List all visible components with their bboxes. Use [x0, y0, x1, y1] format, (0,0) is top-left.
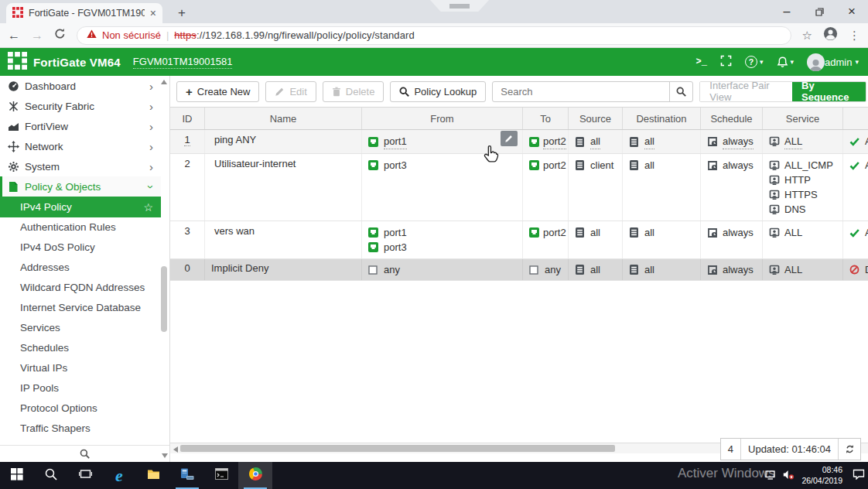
policy-search-input[interactable] [493, 86, 669, 97]
policy-ref-link[interactable]: port3 [384, 240, 407, 255]
sidebar-item-protocol-options[interactable]: Protocol Options [0, 398, 161, 419]
policy-ref-link[interactable]: always [723, 225, 754, 240]
policy-ref-link[interactable]: any [384, 262, 400, 277]
policy-ref-link[interactable]: all [590, 262, 600, 277]
policy-ref-link[interactable]: Accept [865, 134, 868, 149]
task-view-button[interactable] [68, 462, 102, 489]
sidebar-item-traffic-shapers[interactable]: Traffic Shapers [0, 419, 161, 439]
sidebar-item-dashboard[interactable]: Dashboard› [0, 76, 161, 96]
policy-ref-link[interactable]: all [590, 134, 600, 149]
column-header-from[interactable]: From [362, 108, 523, 129]
sidebar-scroll-thumb[interactable] [161, 266, 167, 332]
create-new-button[interactable]: +Create New [176, 81, 259, 102]
sidebar-item-system[interactable]: System› [0, 156, 161, 176]
policy-id-link[interactable]: 0 [184, 262, 190, 274]
policy-ref-link[interactable]: port2 [543, 134, 566, 149]
policy-ref-link[interactable]: always [723, 134, 754, 149]
sidebar-item-wildcard-fqdn-addresses[interactable]: Wildcard FQDN Addresses [0, 278, 161, 298]
sidebar-item-internet-service-database[interactable]: Internet Service Database [0, 298, 161, 318]
reload-button[interactable] [54, 28, 66, 43]
policy-ref-link[interactable]: always [723, 158, 754, 173]
tab-close-icon[interactable]: × [150, 8, 156, 19]
sidebar-item-policy-objects[interactable]: Policy & Objects› [0, 176, 161, 197]
policy-ref-link[interactable]: all [644, 262, 654, 277]
tray-network-icon[interactable] [765, 469, 776, 483]
delete-button[interactable]: Delete [323, 81, 384, 102]
fullscreen-icon[interactable] [720, 55, 732, 70]
notifications-menu[interactable]: ▾ [777, 56, 795, 68]
scroll-thumb[interactable] [180, 445, 615, 452]
tray-volume-muted-icon[interactable] [783, 469, 795, 483]
column-header-destination[interactable]: Destination [623, 108, 701, 129]
close-button[interactable]: × [836, 0, 868, 23]
browser-tab[interactable]: FortiGate - FGVM01TM19001581 × [6, 3, 162, 23]
help-menu[interactable]: ?▾ [745, 56, 764, 68]
policy-id-link[interactable]: 2 [184, 158, 190, 169]
new-tab-button[interactable]: + [172, 4, 192, 22]
bookmark-star-icon[interactable]: ☆ [802, 29, 812, 43]
policy-ref-link[interactable]: always [723, 262, 754, 277]
cli-console-icon[interactable]: >_ [696, 56, 707, 67]
policy-ref-link[interactable]: Deny [865, 262, 868, 277]
sidebar-search-button[interactable] [0, 445, 169, 462]
sidebar-item-ip-pools[interactable]: IP Pools [0, 378, 161, 398]
policy-ref-link[interactable]: HTTPS [784, 187, 818, 202]
policy-ref-link[interactable]: ALL [784, 134, 802, 149]
column-header-action[interactable]: Action [843, 108, 868, 129]
site-security-warning-icon[interactable] [87, 29, 97, 41]
sidebar-item-schedules[interactable]: Schedules [0, 338, 161, 358]
interface-pair-view-button[interactable]: Interface Pair View [700, 82, 792, 101]
refresh-button[interactable] [838, 439, 860, 460]
by-sequence-button[interactable]: By Sequence [792, 82, 866, 101]
cmd-button[interactable] [204, 462, 238, 489]
policy-row[interactable]: 3vers wanport1port3port2allallalwaysALLA… [170, 221, 868, 259]
search-submit-button[interactable] [669, 82, 692, 101]
action-center-icon[interactable] [853, 469, 865, 483]
policy-id-link[interactable]: 1 [184, 134, 190, 146]
policy-ref-link[interactable]: ALL [784, 262, 802, 277]
policy-ref-link[interactable]: all [590, 225, 600, 240]
restore-button[interactable] [803, 0, 836, 23]
vm-console-button[interactable] [170, 462, 204, 489]
ie-button[interactable]: e [102, 462, 136, 489]
sidebar-item-services[interactable]: Services [0, 318, 161, 338]
sidebar-item-ipv4-dos-policy[interactable]: IPv4 DoS Policy [0, 238, 161, 258]
favorite-star-icon[interactable]: ☆ [143, 201, 153, 214]
sidebar-item-virtual-ips[interactable]: Virtual IPs [0, 358, 161, 378]
policy-ref-link[interactable]: port2 [543, 225, 566, 240]
policy-ref-link[interactable]: port3 [384, 158, 407, 173]
policy-ref-link[interactable]: all [644, 158, 654, 173]
address-bar[interactable]: Non sécurisé | https://192.168.1.99/ng/f… [77, 26, 791, 45]
policy-ref-link[interactable]: port1 [384, 134, 407, 149]
minimize-button[interactable]: – [771, 0, 803, 23]
hostname[interactable]: FGVM01TM19001581 [133, 56, 233, 69]
sidebar-item-addresses[interactable]: Addresses [0, 258, 161, 278]
policy-ref-link[interactable]: HTTP [784, 173, 811, 187]
scroll-up-icon[interactable] [161, 80, 167, 84]
user-menu[interactable]: admin ▾ [807, 53, 859, 71]
column-header-to[interactable]: To [523, 108, 569, 129]
sidebar-item-authentication-rules[interactable]: Authentication Rules [0, 217, 161, 238]
scroll-left-icon[interactable] [173, 446, 178, 453]
column-header-service[interactable]: Service [763, 108, 843, 129]
security-label[interactable]: Non sécurisé [102, 29, 161, 41]
policy-ref-link[interactable]: any [545, 262, 561, 277]
column-header-name[interactable]: Name [205, 108, 362, 129]
policy-ref-link[interactable]: port2 [543, 158, 566, 173]
policy-id-link[interactable]: 3 [184, 225, 190, 237]
windows-button[interactable] [0, 462, 34, 489]
policy-ref-link[interactable]: client [590, 158, 613, 173]
policy-ref-link[interactable]: ALL_ICMP [784, 158, 833, 173]
policy-lookup-button[interactable]: Policy Lookup [390, 81, 486, 102]
sidebar-item-ipv4-policy[interactable]: IPv4 Policy☆ [0, 197, 161, 217]
scroll-down-icon[interactable] [162, 453, 168, 458]
policy-ref-link[interactable]: DNS [784, 202, 805, 217]
chrome-button[interactable] [238, 462, 272, 489]
column-header-id[interactable]: ID [170, 108, 205, 129]
tray-clock[interactable]: 08:46 26/04/2019 [801, 465, 842, 485]
policy-row[interactable]: 2Utilisateur-internetport3port2clientall… [170, 154, 868, 221]
sidebar-item-security-fabric[interactable]: Security Fabric› [0, 96, 161, 116]
policy-ref-link[interactable]: all [644, 134, 654, 149]
policy-ref-link[interactable]: Accept [865, 225, 868, 240]
column-header-schedule[interactable]: Schedule [701, 108, 763, 129]
